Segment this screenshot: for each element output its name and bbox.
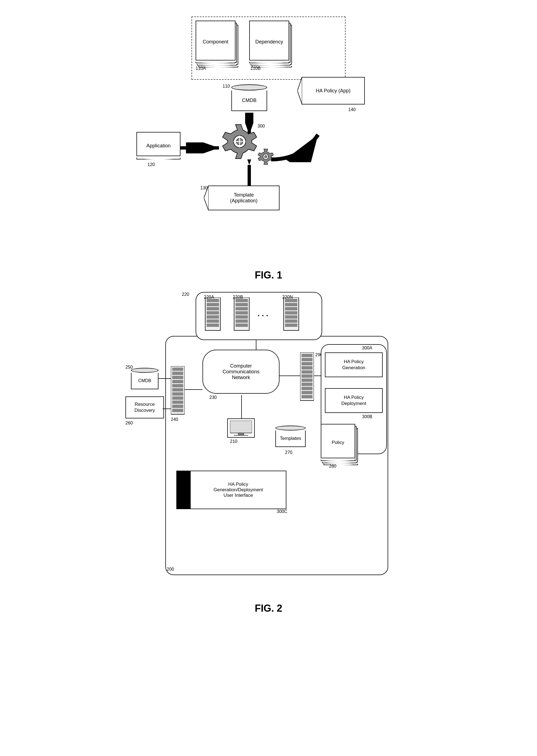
svg-rect-44 — [172, 380, 183, 383]
fig2-label: FIG. 2 — [123, 603, 414, 614]
server-rack-left — [171, 366, 185, 417]
arrow-app-to-gear — [181, 142, 225, 153]
ha-policy-label: HA Policy (App) — [316, 88, 351, 94]
page: Component 110A Dependency 110B CMDB 110 … — [117, 0, 420, 633]
svg-rect-27 — [235, 311, 248, 315]
svg-marker-14 — [297, 77, 302, 104]
svg-rect-29 — [235, 320, 248, 323]
svg-rect-21 — [207, 320, 219, 323]
policy-stacked: Policy — [321, 424, 359, 468]
arrow-template-to-gear — [245, 160, 253, 190]
svg-rect-37 — [285, 320, 297, 323]
cmdb-cylinder-2: CMDB — [131, 366, 158, 391]
arrow-gear-to-hapolicy — [268, 129, 323, 162]
ui-box: HA Policy Generation/Deployment User Int… — [176, 471, 286, 509]
network-cloud: Computer Communications Network — [202, 350, 279, 394]
server-220a — [204, 297, 222, 334]
terminal-210 — [227, 418, 255, 438]
policy-label: Policy — [321, 424, 355, 461]
svg-rect-48 — [172, 397, 183, 400]
svg-rect-26 — [235, 307, 248, 310]
svg-rect-63 — [302, 366, 312, 369]
line-rack-to-network — [185, 388, 204, 391]
svg-rect-42 — [172, 372, 183, 375]
server-left-num: 240 — [171, 417, 178, 422]
svg-rect-60 — [302, 354, 312, 357]
svg-rect-36 — [285, 315, 297, 319]
application-box: Application — [137, 132, 181, 160]
fig1-diagram: Component 110A Dependency 110B CMDB 110 … — [123, 11, 414, 258]
svg-rect-28 — [235, 315, 248, 319]
svg-rect-19 — [207, 311, 219, 315]
dependency-stacked: Dependency — [249, 20, 293, 70]
svg-rect-67 — [302, 383, 312, 386]
ui-label-text: HA Policy Generation/Deployment User Int… — [214, 482, 263, 498]
ui-black-sidebar — [177, 471, 191, 509]
ellipsis: · · · — [258, 311, 268, 320]
ha-policy-gen-box: HA Policy Generation — [325, 353, 383, 377]
line-right-rack-to-panel — [314, 374, 322, 377]
svg-rect-35 — [285, 311, 297, 315]
template-box: Template (Application) — [208, 186, 279, 210]
template-num: 130 — [200, 186, 208, 191]
svg-rect-70 — [302, 395, 312, 398]
svg-rect-22 — [207, 323, 219, 327]
svg-rect-43 — [172, 376, 183, 379]
ha-policy-dep-box: HA Policy Deployment — [325, 388, 383, 413]
template-label: Template (Application) — [230, 192, 258, 204]
svg-rect-66 — [302, 379, 312, 382]
svg-rect-55 — [230, 421, 252, 433]
svg-rect-68 — [302, 387, 312, 390]
svg-rect-65 — [302, 374, 312, 378]
server-n-num: 220N — [282, 295, 293, 300]
component-label: Component — [196, 20, 235, 63]
ha-policy-dep-num: 300B — [362, 414, 372, 419]
svg-rect-30 — [235, 323, 248, 327]
svg-rect-25 — [235, 303, 248, 306]
server-rack-right — [300, 353, 314, 403]
ha-policy-num: 140 — [348, 107, 356, 112]
svg-rect-57 — [234, 435, 248, 436]
templates-num: 270 — [285, 450, 292, 455]
svg-rect-49 — [172, 400, 183, 404]
resource-discovery-box: Resource Discovery — [125, 397, 164, 418]
cmdb-label-2: CMDB — [131, 373, 158, 389]
system-num: 200 — [167, 567, 174, 572]
svg-rect-20 — [207, 315, 219, 319]
server-a-num: 220A — [204, 295, 214, 300]
ha-policy-box: HA Policy (App) — [302, 77, 365, 104]
svg-rect-33 — [285, 303, 297, 306]
svg-rect-61 — [302, 358, 312, 361]
line-network-to-computer — [240, 395, 243, 420]
fig2-diagram: 200 220 220A — [123, 289, 414, 591]
ha-policy-banner-left — [297, 77, 302, 104]
svg-rect-34 — [285, 307, 297, 310]
cmdb-num: 110 — [223, 84, 230, 89]
computer-num: 210 — [230, 439, 237, 444]
network-label: Computer Communications Network — [223, 363, 260, 380]
policy-num: 280 — [329, 464, 336, 469]
server-cluster-num: 220 — [182, 292, 189, 297]
application-label: Application — [146, 143, 171, 149]
server-220n — [282, 297, 300, 334]
svg-rect-17 — [207, 303, 219, 306]
templates-cylinder: Templates — [275, 424, 306, 449]
ha-policy-dep-label: HA Policy Deployment — [341, 395, 366, 407]
resource-discovery-num: 260 — [125, 421, 133, 426]
cmdb-cylinder: CMDB — [231, 83, 267, 113]
svg-rect-41 — [172, 367, 183, 371]
ui-label: HA Policy Generation/Deployment User Int… — [191, 471, 286, 509]
dependency-num: 110B — [250, 66, 261, 71]
ha-policy-gen-num: 300A — [362, 346, 372, 351]
svg-rect-51 — [172, 409, 183, 412]
engine-num: 300 — [258, 124, 265, 129]
svg-rect-18 — [207, 307, 219, 310]
server-b-num: 220B — [233, 295, 243, 300]
component-stacked: Component — [196, 20, 240, 70]
svg-rect-64 — [302, 370, 312, 374]
dependency-label: Dependency — [249, 20, 289, 63]
svg-rect-69 — [302, 391, 312, 394]
svg-point-9 — [265, 155, 267, 158]
svg-rect-50 — [172, 405, 183, 408]
ui-num: 300C — [277, 509, 287, 514]
